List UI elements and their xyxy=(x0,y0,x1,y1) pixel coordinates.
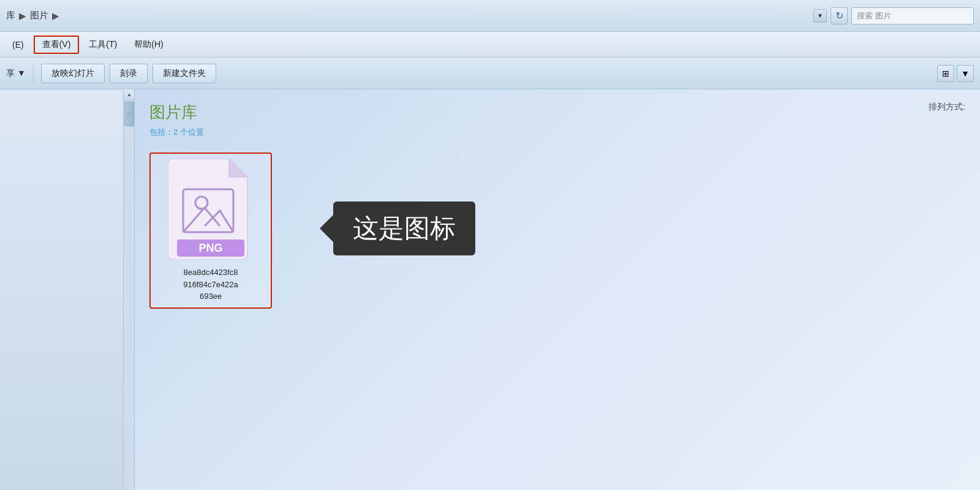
svg-text:PNG: PNG xyxy=(198,242,222,254)
menu-help[interactable]: 帮助(H) xyxy=(127,36,170,54)
scrollbar-thumb-lines xyxy=(127,112,132,116)
file-icon: PNG xyxy=(165,159,257,263)
toolbar-divider-1 xyxy=(33,64,34,83)
tooltip-callout: 这是图标 xyxy=(333,202,475,255)
png-file-svg: PNG xyxy=(168,159,254,260)
newfolder-button[interactable]: 新建文件夹 xyxy=(153,64,216,83)
view-dropdown-button[interactable]: ▼ xyxy=(957,65,974,82)
tooltip-text: 这是图标 xyxy=(353,211,456,246)
toolbar: 享 ▼ 放映幻灯片 刻录 新建文件夹 ⊞ ▼ xyxy=(0,58,980,89)
refresh-button[interactable]: ↻ xyxy=(831,7,848,24)
address-controls: ▼ ↻ 搜索 图片 xyxy=(813,7,974,24)
menu-tools[interactable]: 工具(T) xyxy=(81,36,124,54)
content-area: 图片库 包括：2 个位置 排列方式: xyxy=(135,89,980,490)
search-box[interactable]: 搜索 图片 xyxy=(851,7,974,24)
slideshow-button[interactable]: 放映幻灯片 xyxy=(41,64,105,83)
menu-edit[interactable]: (E) xyxy=(5,36,31,54)
thumb-line-3 xyxy=(127,116,132,116)
address-dropdown-button[interactable]: ▼ xyxy=(813,9,827,23)
path-sep-1: ▶ xyxy=(19,10,26,21)
scrollbar-track: ▲ xyxy=(123,89,134,490)
thumb-line-2 xyxy=(127,114,132,115)
scrollbar-thumb[interactable] xyxy=(124,102,134,126)
library-title: 图片库 xyxy=(149,102,965,123)
file-label: 8ea8dc4423fc8 916f84c7e422a 693ee xyxy=(183,266,238,303)
burn-button[interactable]: 刻录 xyxy=(110,64,148,83)
sidebar: ▲ xyxy=(0,89,135,490)
view-toggle-button[interactable]: ⊞ xyxy=(937,65,954,82)
toolbar-right: ⊞ ▼ xyxy=(937,65,974,82)
sort-label: 排列方式: xyxy=(929,102,965,113)
thumb-line-1 xyxy=(127,112,132,113)
address-bar: 库 ▶ 图片 ▶ ▼ ↻ 搜索 图片 xyxy=(0,0,980,32)
file-grid: PNG 8ea8dc4423fc8 916f84c7e422a 693ee 这是… xyxy=(149,153,965,309)
share-button[interactable]: 享 ▼ xyxy=(6,68,26,79)
path-pictures: 图片 xyxy=(30,10,48,21)
menu-bar: (E) 查看(V) 工具(T) 帮助(H) xyxy=(0,32,980,58)
path-sep-2: ▶ xyxy=(52,10,59,21)
scrollbar-up-button[interactable]: ▲ xyxy=(124,89,135,100)
file-item-selected[interactable]: PNG 8ea8dc4423fc8 916f84c7e422a 693ee xyxy=(149,153,272,309)
menu-view[interactable]: 查看(V) xyxy=(34,36,80,54)
main-area: ▲ 图片库 包括：2 个位置 排列方式: xyxy=(0,89,980,490)
address-path: 库 ▶ 图片 ▶ xyxy=(6,10,813,21)
path-library: 库 xyxy=(6,10,15,21)
library-subtitle: 包括：2 个位置 xyxy=(149,127,965,138)
